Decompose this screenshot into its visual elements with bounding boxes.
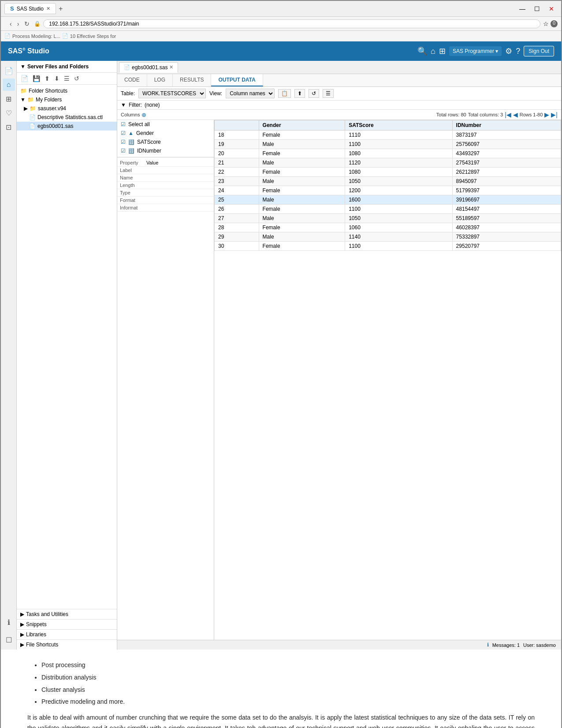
minimize-button[interactable]: —: [516, 4, 529, 13]
tab-output-data[interactable]: OUTPUT DATA: [211, 74, 263, 86]
gender-col-item[interactable]: ☑ ▲ Gender: [117, 129, 214, 138]
prev-rows-btn[interactable]: ◀: [513, 111, 518, 118]
prop-format-val: [144, 197, 214, 204]
tasks-arrow-icon: ▶: [20, 611, 24, 617]
signout-button[interactable]: Sign Out: [524, 46, 554, 56]
user-label: User: sasdemo: [523, 642, 556, 648]
egbs-tab-label: egbs00d01.sas: [132, 64, 167, 71]
sidebar-upload-btn[interactable]: ⬆: [43, 75, 51, 82]
sidebar-item-descriptive[interactable]: 📄 Descriptive Statistics.sas.ctl: [17, 113, 117, 122]
sas-logo: SAS® Studio: [8, 47, 49, 55]
breadcrumb-item-1[interactable]: Process Modeling: L...: [12, 34, 60, 39]
col-header-sat[interactable]: SATScore: [345, 120, 452, 131]
tasks-section: ▶ Tasks and Utilities: [17, 609, 117, 619]
filter-icon: ▼: [121, 102, 126, 108]
grid-view-btn[interactable]: ☰: [323, 89, 334, 98]
tab-log[interactable]: LOG: [147, 74, 173, 86]
table-select[interactable]: WORK.TESTSCORES: [138, 89, 206, 98]
breadcrumb-item-2[interactable]: 10 Effective Steps for: [70, 34, 116, 39]
sidebar-item-folder-shortcuts[interactable]: 📁 Folder Shortcuts: [17, 86, 117, 95]
satscore-checkbox[interactable]: ☑: [121, 139, 126, 145]
select-all-item[interactable]: ☑ Select all: [117, 120, 214, 129]
list-item: Predictive modeling and more.: [41, 697, 535, 707]
export-btn[interactable]: ⬆: [294, 89, 305, 98]
sidebar-refresh-btn[interactable]: ↺: [73, 75, 81, 82]
filter-label: Filter:: [129, 102, 142, 108]
programmer-menu-button[interactable]: SAS Programmer ▾: [449, 46, 502, 56]
rail-heart-icon[interactable]: ♡: [3, 107, 15, 119]
rail-checkbox-icon[interactable]: ☐: [3, 634, 15, 646]
maximize-button[interactable]: ☐: [531, 4, 543, 13]
idnumber-col-item[interactable]: ☑ 🔢 IDNumber: [117, 146, 214, 155]
info-icon: ℹ: [487, 642, 489, 648]
sidebar-new-file-btn[interactable]: 📄: [19, 75, 30, 82]
rail-info-icon[interactable]: ℹ: [3, 616, 15, 628]
back-button[interactable]: ‹: [8, 19, 14, 28]
row-gender: Female: [259, 223, 345, 232]
grid-button[interactable]: ⊞: [439, 46, 446, 56]
settings-circle-icon[interactable]: ⊕: [141, 112, 146, 118]
idnumber-checkbox[interactable]: ☑: [121, 148, 126, 154]
refresh-button[interactable]: ↻: [22, 19, 31, 28]
forward-button[interactable]: ›: [15, 19, 21, 28]
last-row-btn[interactable]: ▶|: [551, 111, 558, 118]
row-id: 29520797: [452, 242, 561, 251]
prop-length: Length: [117, 182, 144, 189]
bookmark-icon[interactable]: ☆: [543, 20, 549, 27]
rail-grid-icon[interactable]: ⊞: [3, 93, 15, 105]
rail-history-icon[interactable]: ⊡: [3, 121, 15, 133]
egbs-tab[interactable]: 📄 egbs00d01.sas ✕: [119, 62, 178, 73]
close-button[interactable]: ✕: [545, 4, 558, 13]
new-tab-button[interactable]: +: [56, 5, 65, 13]
next-rows-btn[interactable]: ▶: [544, 111, 549, 118]
tab-close-icon[interactable]: ✕: [46, 6, 50, 11]
file-shortcuts-section-header[interactable]: ▶ File Shortcuts: [17, 640, 117, 650]
sidebar-item-sasuser[interactable]: ▶ 📁 sasuser.v94: [17, 104, 117, 113]
first-row-btn[interactable]: |◀: [505, 111, 511, 118]
rail-home-icon[interactable]: ⌂: [3, 78, 15, 91]
browser-tab[interactable]: S SAS Studio ✕: [4, 3, 56, 14]
snippets-section-header[interactable]: ▶ Snippets: [17, 620, 117, 629]
sub-tab-bar: CODE LOG RESULTS OUTPUT DATA: [117, 74, 561, 87]
list-item: Distribution analysis: [41, 672, 535, 683]
egbs-tab-close-icon[interactable]: ✕: [169, 64, 173, 70]
prop-informat: Informat: [117, 204, 144, 212]
copy-btn[interactable]: 📋: [278, 89, 291, 98]
sidebar-item-egbs[interactable]: 📄 egbs00d01.sas: [17, 122, 117, 131]
sidebar-header[interactable]: ▼ Server Files and Folders: [17, 61, 117, 73]
gender-checkbox[interactable]: ☑: [121, 130, 126, 136]
row-sat: 1050: [345, 177, 452, 186]
row-gender: Male: [259, 158, 345, 168]
col-header-gender[interactable]: Gender: [259, 120, 345, 131]
prop-type: Type: [117, 189, 144, 197]
bullet-list: Post processing Distribution analysis Cl…: [41, 660, 535, 707]
help-button[interactable]: ?: [516, 47, 520, 56]
satscore-col-item[interactable]: ☑ 🔢 SATScore: [117, 138, 214, 146]
tab-code[interactable]: CODE: [117, 74, 147, 86]
view-select[interactable]: Column names: [226, 89, 275, 98]
file-shortcuts-label: File Shortcuts: [26, 642, 58, 648]
libraries-section-header[interactable]: ▶ Libraries: [17, 630, 117, 639]
snippets-arrow-icon: ▶: [20, 621, 24, 627]
snippets-label: Snippets: [26, 621, 47, 627]
sidebar-download-btn[interactable]: ⬇: [53, 75, 61, 82]
sidebar-item-my-folders[interactable]: ▼ 📁 My Folders: [17, 95, 117, 104]
settings-icon[interactable]: ⚙: [505, 46, 512, 56]
address-input[interactable]: [43, 19, 540, 28]
col-header-id[interactable]: IDNumber: [452, 120, 561, 131]
tasks-section-header[interactable]: ▶ Tasks and Utilities: [17, 609, 117, 619]
home-button[interactable]: ⌂: [431, 47, 435, 56]
sidebar-view-btn[interactable]: ☰: [63, 75, 71, 82]
row-id: 75332897: [452, 232, 561, 242]
select-all-checkbox[interactable]: ☑: [121, 121, 126, 127]
tab-results[interactable]: RESULTS: [173, 74, 211, 86]
row-id: 51799397: [452, 186, 561, 195]
rail-files-icon[interactable]: 📄: [3, 64, 15, 77]
document-content: Post processing Distribution analysis Cl…: [1, 650, 561, 728]
table-row: 30 Female 1100 29520797: [215, 242, 561, 251]
row-sat: 1080: [345, 168, 452, 177]
sidebar-save-btn[interactable]: 💾: [31, 75, 41, 82]
search-button[interactable]: 🔍: [417, 46, 427, 56]
row-number: 25: [215, 195, 259, 205]
undo-btn[interactable]: ↺: [309, 89, 319, 98]
